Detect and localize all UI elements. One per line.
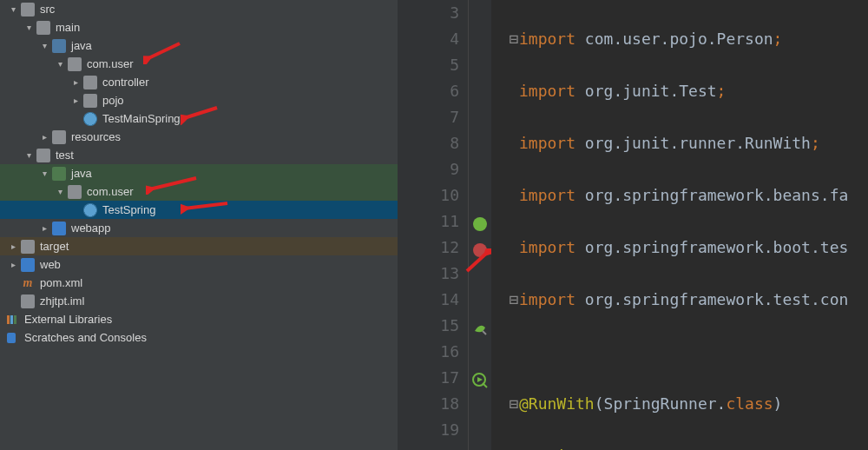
svg-point-8 (473, 217, 487, 231)
class-icon (83, 203, 97, 217)
tree-node-test[interactable]: ▾ test (0, 146, 398, 164)
tree-node-pojo[interactable]: ▸ pojo (0, 91, 398, 109)
tree-node-target[interactable]: ▸ target (0, 237, 398, 255)
tree-node-scratches[interactable]: Scratches and Consoles (0, 328, 398, 347)
tree-node-main[interactable]: ▾ main (0, 18, 398, 36)
tree-node-comuser-test[interactable]: ▾ com.user (0, 182, 398, 201)
chevron-down-icon: ▾ (40, 169, 49, 178)
tree-label: target (40, 240, 69, 253)
line-number: 12 (398, 235, 459, 261)
line-number: 13 (398, 261, 459, 287)
chevron-right-icon: ▸ (71, 96, 80, 105)
web-folder-icon (21, 258, 35, 272)
line-number: 3 (398, 0, 459, 26)
line-number-gutter: 3 4 5 6 7 8 9 10 11 12 13 14 15 16 17 18… (398, 0, 469, 450)
tree-label: pom.xml (40, 276, 82, 289)
chevron-right-icon: ▸ (9, 260, 17, 269)
package-icon (83, 94, 97, 108)
web-folder-icon (52, 222, 66, 235)
line-number: 9 (398, 156, 459, 182)
folder-icon (36, 21, 50, 35)
tree-node-iml[interactable]: zhjtpt.iml (0, 292, 398, 310)
spring-icon[interactable] (472, 214, 488, 229)
project-tree-panel[interactable]: ▾ src ▾ main ▾ java ▾ com.user ▸ control… (0, 0, 398, 450)
tree-label: webapp (71, 222, 111, 235)
test-source-folder-icon (52, 167, 66, 181)
chevron-right-icon: ▸ (40, 223, 49, 233)
tree-label: main (56, 21, 80, 34)
svg-point-9 (473, 243, 487, 257)
tree-label: test (56, 149, 74, 162)
chevron-down-icon: ▾ (56, 187, 64, 196)
run-test-icon[interactable] (472, 370, 488, 386)
code-editor[interactable]: 3 4 5 6 7 8 9 10 11 12 13 14 15 16 17 18… (398, 0, 868, 450)
folder-icon (21, 3, 35, 17)
chevron-down-icon: ▾ (40, 41, 49, 50)
tree-label: resources (71, 130, 121, 143)
line-number: 10 (398, 182, 459, 208)
line-number: 6 (398, 78, 459, 104)
line-number: 15 (398, 313, 459, 339)
folder-icon (36, 149, 50, 162)
tree-node-java-test[interactable]: ▾ java (0, 164, 398, 182)
tree-node-pom[interactable]: m pom.xml (0, 274, 398, 292)
tree-node-resources[interactable]: ▸ resources (0, 128, 398, 146)
tree-label: pojo (102, 94, 124, 107)
package-icon (68, 185, 82, 199)
tree-node-webapp[interactable]: ▸ webapp (0, 219, 398, 237)
chevron-right-icon: ▸ (40, 132, 49, 142)
folder-icon (21, 240, 35, 254)
chevron-down-icon: ▾ (24, 150, 33, 160)
tree-label: TestSpring (102, 203, 155, 216)
line-number: 8 (398, 130, 459, 156)
tree-label: zhjtpt.iml (40, 294, 84, 308)
tree-node-comuser-main[interactable]: ▾ com.user (0, 55, 398, 73)
line-number: 14 (398, 287, 459, 313)
tree-label: src (40, 3, 55, 16)
line-number: 5 (398, 52, 459, 78)
tree-node-external-libraries[interactable]: External Libraries (0, 310, 398, 328)
tree-node-web[interactable]: ▸ web (0, 255, 398, 274)
code-text[interactable]: ⊟import com.user.pojo.Person; import org… (491, 0, 868, 450)
tree-label: java (71, 39, 92, 52)
tree-node-controller[interactable]: ▸ controller (0, 73, 398, 91)
line-number: 16 (398, 339, 459, 365)
chevron-down-icon: ▾ (9, 4, 17, 14)
error-breakpoint-icon[interactable] (472, 240, 488, 255)
line-number: 20 (398, 443, 459, 450)
tree-label: External Libraries (24, 313, 112, 326)
tree-label: com.user (87, 185, 133, 198)
source-folder-icon (52, 39, 66, 53)
tree-label: com.user (87, 57, 133, 70)
gutter-icons (469, 0, 491, 450)
line-number: 18 (398, 391, 459, 417)
maven-icon: m (21, 276, 35, 290)
line-number: 7 (398, 104, 459, 130)
package-icon (83, 76, 97, 89)
chevron-down-icon: ▾ (24, 23, 33, 32)
class-icon (83, 112, 97, 126)
line-number: 17 (398, 365, 459, 391)
line-number: 11 (398, 208, 459, 235)
chevron-right-icon: ▸ (71, 77, 80, 87)
tree-node-src[interactable]: ▾ src (0, 0, 398, 18)
scratch-icon (5, 331, 19, 345)
tree-label: TestMainSpring (102, 112, 181, 125)
library-icon (5, 313, 19, 327)
tree-label: web (40, 258, 61, 271)
chevron-right-icon: ▸ (9, 242, 17, 251)
line-number: 19 (398, 417, 459, 443)
spring-bean-icon[interactable] (472, 318, 488, 334)
tree-node-testspring[interactable]: TestSpring (0, 201, 398, 219)
chevron-down-icon: ▾ (56, 59, 64, 69)
svg-rect-2 (14, 315, 16, 324)
tree-label: java (71, 167, 92, 180)
svg-rect-3 (7, 333, 16, 343)
resources-folder-icon (52, 130, 66, 144)
tree-node-java-main[interactable]: ▾ java (0, 36, 398, 55)
svg-rect-1 (10, 315, 13, 324)
line-number: 4 (398, 26, 459, 52)
tree-label: Scratches and Consoles (24, 331, 147, 344)
svg-marker-11 (477, 377, 483, 382)
tree-node-testmainspring[interactable]: TestMainSpring (0, 109, 398, 128)
